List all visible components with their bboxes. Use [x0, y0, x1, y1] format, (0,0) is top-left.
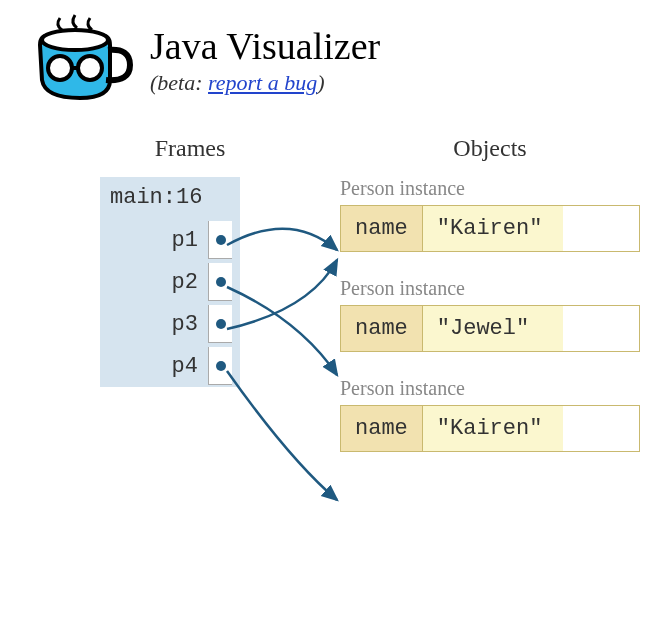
frames-column: Frames main:16 p1 p2 p3 p4 [100, 135, 280, 477]
frame-title: main:16 [100, 177, 240, 219]
objects-header: Objects [340, 135, 640, 162]
instance-value: "Kairen" [423, 206, 563, 251]
instance-table: name "Kairen" [340, 205, 640, 252]
objects-column: Objects Person instance name "Kairen" Pe… [340, 135, 640, 477]
header-text: Java Visualizer (beta: report a bug) [150, 24, 380, 96]
object-instance: Person instance name "Kairen" [340, 177, 640, 252]
variable-name: p1 [108, 228, 208, 253]
instance-table: name "Jewel" [340, 305, 640, 352]
pointer-dot [208, 347, 232, 385]
subtitle-prefix: (beta: [150, 70, 208, 95]
instance-key: name [341, 406, 423, 451]
page-title: Java Visualizer [150, 24, 380, 68]
variable-row: p2 [100, 261, 240, 303]
svg-point-1 [48, 56, 72, 80]
pointer-dot [208, 263, 232, 301]
instance-table: name "Kairen" [340, 405, 640, 452]
pointer-dot [208, 221, 232, 259]
frames-header: Frames [100, 135, 280, 162]
svg-point-0 [42, 30, 108, 50]
frame-box: main:16 p1 p2 p3 p4 [100, 177, 240, 387]
variable-name: p4 [108, 354, 208, 379]
variable-name: p3 [108, 312, 208, 337]
variable-name: p2 [108, 270, 208, 295]
header: Java Visualizer (beta: report a bug) [0, 0, 664, 120]
variable-row: p1 [100, 219, 240, 261]
instance-key: name [341, 206, 423, 251]
subtitle: (beta: report a bug) [150, 70, 380, 96]
object-instance: Person instance name "Kairen" [340, 377, 640, 452]
instance-label: Person instance [340, 277, 640, 300]
pointer-dot [208, 305, 232, 343]
columns: Frames main:16 p1 p2 p3 p4 Objects Pers [0, 135, 664, 477]
subtitle-suffix: ) [317, 70, 324, 95]
variable-row: p4 [100, 345, 240, 387]
instance-label: Person instance [340, 377, 640, 400]
object-instance: Person instance name "Jewel" [340, 277, 640, 352]
instance-key: name [341, 306, 423, 351]
report-bug-link[interactable]: report a bug [208, 70, 317, 95]
instance-value: "Jewel" [423, 306, 563, 351]
variable-row: p3 [100, 303, 240, 345]
logo-icon [20, 10, 140, 110]
instance-label: Person instance [340, 177, 640, 200]
instance-value: "Kairen" [423, 406, 563, 451]
svg-point-2 [78, 56, 102, 80]
